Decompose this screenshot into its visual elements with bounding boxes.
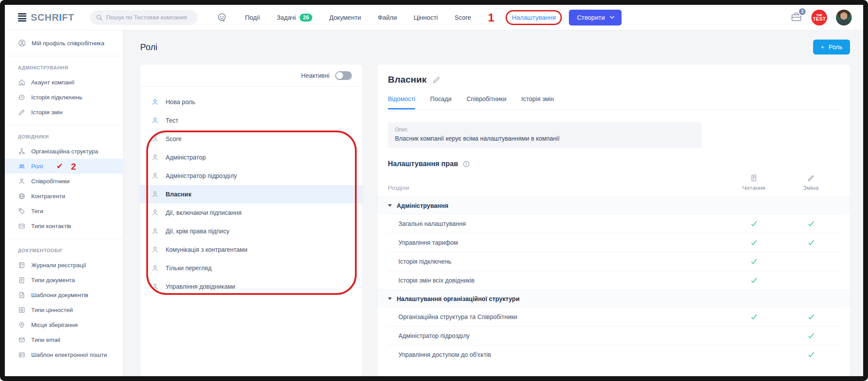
permission-row: Управління тарифом xyxy=(388,233,839,252)
sidebar-item-roles[interactable]: Ролі ✔ 2 xyxy=(5,159,123,174)
sidebar-item-document-templates[interactable]: Шаблони документів xyxy=(5,287,123,302)
sidebar-item-my-profile[interactable]: Мій профіль співробітника xyxy=(5,36,123,51)
sidebar-item-contact-types[interactable]: Типи контактів xyxy=(5,218,123,233)
home-icon xyxy=(18,79,25,86)
inactive-toggle[interactable] xyxy=(335,71,352,80)
tab-employees[interactable]: Співробітники xyxy=(467,95,506,109)
page-title: Ролі xyxy=(140,42,157,52)
role-list-item[interactable]: Дії, включаючи підписання xyxy=(140,203,362,222)
person-icon xyxy=(151,264,159,272)
sidebar-item-counterparties[interactable]: Контрагенти xyxy=(5,189,123,203)
value-box-icon xyxy=(18,306,25,314)
description-text: Власник компанії керує всіма налаштуванн… xyxy=(395,135,694,142)
nav-settings[interactable]: Налаштування xyxy=(512,14,556,21)
role-list-item[interactable]: Нова роль xyxy=(140,93,362,111)
sidebar-item-document-types[interactable]: Типи документа xyxy=(5,272,123,287)
nav-files[interactable]: Файли xyxy=(378,14,397,21)
sidebar-item-connection-history[interactable]: Історія підключень xyxy=(5,90,123,105)
permission-row: Загальні налаштування xyxy=(388,214,839,233)
permissions-group-org-structure[interactable]: Налаштування організаційної структури xyxy=(377,290,850,307)
inactive-toggle-label: Неактивні xyxy=(301,72,329,79)
check-icon xyxy=(749,312,759,322)
read-column-header: Читання xyxy=(725,174,782,191)
search-input[interactable] xyxy=(90,10,198,25)
plus-icon: + xyxy=(821,44,824,51)
role-title: Власник xyxy=(388,74,427,85)
permission-row: Адміністратор підрозділу xyxy=(388,326,839,345)
roles-icon xyxy=(18,163,25,170)
person-icon xyxy=(151,246,159,254)
check-icon xyxy=(807,312,816,322)
roles-list-panel: Неактивні Нова роль Тест Score Адміністр… xyxy=(140,65,362,376)
tab-details[interactable]: Відомості xyxy=(388,95,415,109)
role-list-item[interactable]: Адміністратор підрозділу xyxy=(140,167,362,185)
document-icon xyxy=(18,276,25,284)
location-pin-icon xyxy=(18,321,25,329)
add-role-button[interactable]: + Роль xyxy=(813,40,850,54)
nav-values[interactable]: Цінності xyxy=(414,14,438,21)
nav-documents[interactable]: Документи xyxy=(329,14,361,21)
person-icon xyxy=(151,283,159,290)
person-icon xyxy=(151,98,159,106)
edit-role-icon[interactable] xyxy=(432,76,441,84)
notifications-badge: 3 xyxy=(798,7,807,16)
person-icon xyxy=(151,153,159,161)
detail-tabs: Відомості Посади Співробітники Історія з… xyxy=(388,95,839,110)
tab-positions[interactable]: Посади xyxy=(430,95,452,109)
collapse-triangle-icon[interactable] xyxy=(388,204,392,207)
nav-tasks[interactable]: Задачі26 xyxy=(277,14,313,22)
main-nav: Події Задачі26 Документи Файли Цінності … xyxy=(245,12,556,23)
role-list-item[interactable]: Дії, крім права підпису xyxy=(140,222,362,240)
person-icon xyxy=(151,172,159,180)
annotation-check: ✔ xyxy=(57,162,63,170)
create-button[interactable]: Створити xyxy=(569,10,622,25)
content-area: Ролі + Роль Неактивні Нова роль Тест xyxy=(123,30,863,376)
sidebar-item-registration-journals[interactable]: Журнали реєстрації xyxy=(5,258,123,272)
read-doc-icon xyxy=(750,174,758,182)
check-icon xyxy=(749,257,759,266)
user-avatar[interactable] xyxy=(836,10,852,25)
role-list-item[interactable]: Score xyxy=(140,130,362,148)
profile-icon xyxy=(18,39,26,47)
role-list-item[interactable]: Управління довідниками xyxy=(140,277,362,296)
person-icon xyxy=(151,190,159,198)
organization-avatar[interactable]: THE TEST xyxy=(811,10,827,25)
annotation-step-2: 2 xyxy=(71,162,76,171)
info-icon[interactable] xyxy=(463,160,470,168)
sidebar-item-tags[interactable]: Теги xyxy=(5,203,123,218)
sidebar-section-directories: ДОВІДНИКИ xyxy=(5,125,123,144)
sidebar-item-org-structure[interactable]: Організаційна структура xyxy=(5,144,123,159)
role-list-item-selected[interactable]: Власник xyxy=(140,185,362,203)
permission-row: Організаційна структура та Співробітники xyxy=(388,307,839,326)
sidebar-item-company-account[interactable]: Акаунт компанії xyxy=(5,75,123,90)
chevron-down-icon xyxy=(610,16,615,19)
check-icon xyxy=(807,350,816,359)
nav-score[interactable]: Score xyxy=(455,14,471,21)
search-icon xyxy=(96,14,103,23)
sidebar-section-administration: АДМІНІСТРУВАННЯ xyxy=(5,56,123,75)
collapse-triangle-icon[interactable] xyxy=(388,297,392,300)
permissions-group-administration[interactable]: Адміністрування xyxy=(377,196,850,214)
tab-change-history[interactable]: Історія змін xyxy=(521,95,554,109)
briefcase-icon[interactable]: 3 xyxy=(790,11,803,24)
mail-template-icon xyxy=(18,351,25,359)
role-list-item[interactable]: Тест xyxy=(140,111,362,130)
check-icon xyxy=(749,276,759,285)
support-icon[interactable] xyxy=(216,12,228,23)
nav-events[interactable]: Події xyxy=(245,14,260,21)
role-list-item[interactable]: Тільки перегляд xyxy=(140,259,362,277)
role-list-item[interactable]: Комунікація з контрагентами xyxy=(140,240,362,259)
sidebar-item-employees[interactable]: Співробітники xyxy=(5,174,123,189)
sidebar-item-email-template[interactable]: Шаблон електронної пошти xyxy=(5,347,123,362)
menu-icon[interactable] xyxy=(18,13,26,22)
sidebar-item-storage-places[interactable]: Місця зберігання xyxy=(5,317,123,332)
template-icon xyxy=(18,291,25,299)
sidebar-item-change-history[interactable]: Історія змін xyxy=(5,105,123,120)
role-list-item[interactable]: Адміністратор xyxy=(140,148,362,167)
sections-column-label: Розділи xyxy=(388,185,725,191)
sidebar-item-email-types[interactable]: Типи email xyxy=(5,332,123,347)
sidebar-section-document-flow: ДОКУМЕНТООБІГ xyxy=(5,239,123,258)
description-field[interactable]: Опис Власник компанії керує всіма налашт… xyxy=(388,122,702,148)
sidebar-item-value-types[interactable]: Типи цінностей xyxy=(5,302,123,317)
permissions-title: Налаштування прав xyxy=(388,160,458,168)
